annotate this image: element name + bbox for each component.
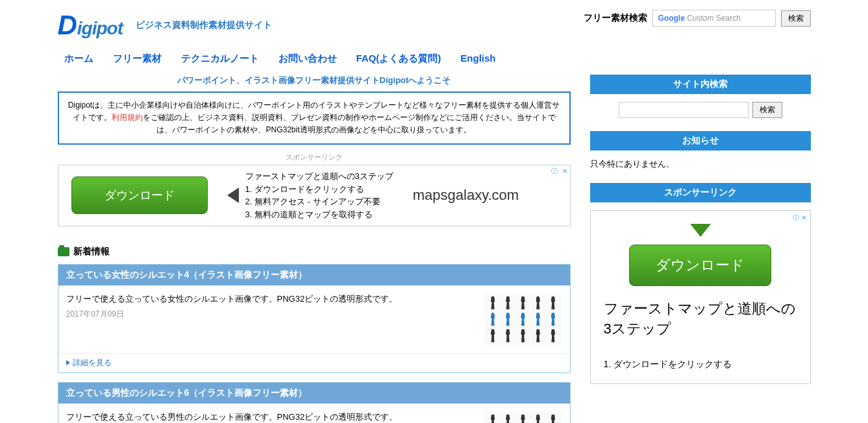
sidebar-notice-text: 只今特にありません。 xyxy=(590,158,811,170)
ad-download-button[interactable]: ダウンロード xyxy=(71,176,208,214)
ad-close-icon[interactable]: ✕ xyxy=(562,167,567,175)
sidebar-notice-title: お知らせ xyxy=(590,131,811,151)
terms-link[interactable]: 利用規約 xyxy=(112,113,143,122)
news-thumbnail xyxy=(484,293,562,345)
news-section-title: 新着情報 xyxy=(58,246,571,258)
news-description: フリーで使える立っている女性のシルエット画像です。PNG32ビットの透明形式です… xyxy=(66,293,477,305)
news-item: 立っている男性のシルエット6（イラスト画像フリー素材） フリーで使える立っている… xyxy=(58,382,571,423)
site-tagline: ビジネス資料制作素材提供サイト xyxy=(136,19,272,31)
ad-info-icon[interactable]: ⓘ xyxy=(551,167,558,175)
nav-free-materials[interactable]: フリー素材 xyxy=(113,53,162,65)
news-title[interactable]: 立っている男性のシルエット6（イラスト画像フリー素材） xyxy=(58,383,570,404)
nav-faq[interactable]: FAQ(よくある質問) xyxy=(356,53,441,65)
sidebar-ad-text: ファーストマップと道順への3ステップ xyxy=(604,299,797,339)
sidebar-ad-download-button[interactable]: ダウンロード xyxy=(629,245,771,286)
ad-close-icon[interactable]: ✕ xyxy=(801,214,806,221)
news-title[interactable]: 立っている女性のシルエット4（イラスト画像フリー素材） xyxy=(58,265,570,285)
ad-banner[interactable]: ⓘ ✕ ダウンロード ファーストマップと道順への3ステップ 1. ダウンロードを… xyxy=(58,165,571,226)
news-date: 2017年07月09日 xyxy=(66,309,477,320)
news-detail-link[interactable]: 詳細を見る xyxy=(66,357,562,369)
search-label: フリー素材検索 xyxy=(584,12,647,24)
nav-english[interactable]: English xyxy=(460,53,495,65)
arrow-right-icon xyxy=(66,360,70,365)
news-description: フリーで使える立っている男性のシルエット画像です。PNG32ビットの透明形式です… xyxy=(66,411,477,423)
ad-brand: mapsgalaxy.com xyxy=(413,187,519,204)
header-search: フリー素材検索 Google Custom Search 検索 xyxy=(584,10,811,27)
sidebar-search-title: サイト内検索 xyxy=(590,75,811,94)
sidebar-sponsor-title: スポンサーリンク xyxy=(590,183,811,202)
sponsor-label: スポンサーリンク xyxy=(58,152,571,162)
search-button[interactable]: 検索 xyxy=(781,10,811,27)
nav-technical-notes[interactable]: テクニカルノート xyxy=(181,53,259,65)
folder-icon xyxy=(58,247,69,256)
news-thumbnail xyxy=(484,411,562,423)
nav-home[interactable]: ホーム xyxy=(64,53,93,65)
sidebar-search-button[interactable]: 検索 xyxy=(752,102,782,118)
arrow-left-icon xyxy=(227,187,239,203)
ad-info-icon[interactable]: ⓘ xyxy=(793,214,799,221)
google-custom-search-input[interactable]: Google Custom Search xyxy=(652,10,776,27)
sidebar-ad-step: 1. ダウンロードをクリックする xyxy=(604,359,797,370)
arrow-down-icon xyxy=(690,224,711,237)
main-nav: ホーム フリー素材 テクニカルノート お問い合わせ FAQ(よくある質問) En… xyxy=(45,47,824,75)
news-item: 立っている女性のシルエット4（イラスト画像フリー素材） フリーで使える立っている… xyxy=(58,264,571,373)
sidebar-search-input[interactable] xyxy=(619,102,749,118)
welcome-message: パワーポイント、イラスト画像フリー素材提供サイトDigipotへようこそ xyxy=(58,75,571,86)
sidebar-ad[interactable]: ⓘ ✕ ダウンロード ファーストマップと道順への3ステップ 1. ダウンロードを… xyxy=(590,210,811,384)
site-logo[interactable]: Digipot xyxy=(58,10,123,41)
intro-box: Digipotは、主に中小企業様向けや自治体様向けに、パワーポイント用のイラスト… xyxy=(58,91,571,145)
nav-contact[interactable]: お問い合わせ xyxy=(279,53,337,65)
